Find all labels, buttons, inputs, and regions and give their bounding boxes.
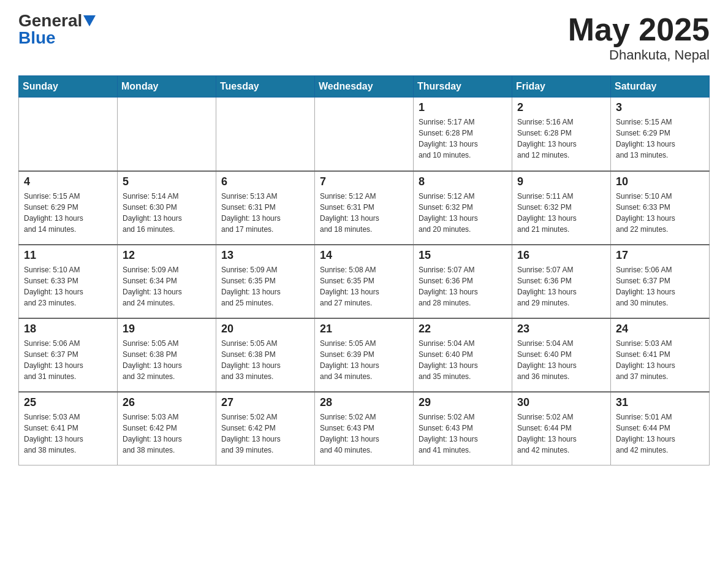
day-number: 29 [419,396,507,409]
logo-blue-text: Blue [18,29,56,47]
day-info: Sunrise: 5:03 AMSunset: 6:41 PMDaylight:… [616,338,704,382]
day-info: Sunrise: 5:15 AMSunset: 6:29 PMDaylight:… [24,191,112,235]
day-info: Sunrise: 5:03 AMSunset: 6:42 PMDaylight:… [123,412,211,456]
day-number: 18 [24,323,112,335]
day-number: 9 [517,175,605,188]
calendar-cell: 31Sunrise: 5:01 AMSunset: 6:44 PMDayligh… [611,392,710,465]
weekday-header-wednesday: Wednesday [315,76,414,98]
location: Dhankuta, Nepal [568,47,710,63]
calendar-cell: 22Sunrise: 5:04 AMSunset: 6:40 PMDayligh… [414,318,512,392]
calendar-cell [118,98,216,171]
calendar-cell: 4Sunrise: 5:15 AMSunset: 6:29 PMDaylight… [19,171,118,245]
day-number: 24 [616,323,704,335]
day-info: Sunrise: 5:10 AMSunset: 6:33 PMDaylight:… [616,191,704,235]
day-number: 28 [320,396,408,409]
calendar-week-row-3: 11Sunrise: 5:10 AMSunset: 6:33 PMDayligh… [19,245,710,318]
logo: General Blue [18,12,96,47]
calendar-cell [19,98,118,171]
calendar-cell: 3Sunrise: 5:15 AMSunset: 6:29 PMDaylight… [611,98,710,171]
calendar-cell: 2Sunrise: 5:16 AMSunset: 6:28 PMDaylight… [512,98,611,171]
calendar-week-row-4: 18Sunrise: 5:06 AMSunset: 6:37 PMDayligh… [19,318,710,392]
calendar-cell: 23Sunrise: 5:04 AMSunset: 6:40 PMDayligh… [512,318,611,392]
day-info: Sunrise: 5:09 AMSunset: 6:34 PMDaylight:… [123,264,211,308]
calendar-cell: 7Sunrise: 5:12 AMSunset: 6:31 PMDaylight… [315,171,414,245]
calendar-cell: 13Sunrise: 5:09 AMSunset: 6:35 PMDayligh… [216,245,315,318]
day-info: Sunrise: 5:14 AMSunset: 6:30 PMDaylight:… [123,191,211,235]
day-info: Sunrise: 5:11 AMSunset: 6:32 PMDaylight:… [517,191,605,235]
calendar-cell: 18Sunrise: 5:06 AMSunset: 6:37 PMDayligh… [19,318,118,392]
day-info: Sunrise: 5:04 AMSunset: 6:40 PMDaylight:… [517,338,605,382]
weekday-header-thursday: Thursday [414,76,512,98]
day-number: 2 [517,101,605,114]
day-info: Sunrise: 5:08 AMSunset: 6:35 PMDaylight:… [320,264,408,308]
day-number: 25 [24,396,112,409]
calendar-cell: 1Sunrise: 5:17 AMSunset: 6:28 PMDaylight… [414,98,512,171]
weekday-header-row: SundayMondayTuesdayWednesdayThursdayFrid… [19,76,710,98]
calendar-cell [315,98,414,171]
calendar-cell: 6Sunrise: 5:13 AMSunset: 6:31 PMDaylight… [216,171,315,245]
day-number: 1 [419,101,507,114]
day-number: 3 [616,101,704,114]
title-area: May 2025 Dhankuta, Nepal [568,12,710,63]
calendar-cell: 10Sunrise: 5:10 AMSunset: 6:33 PMDayligh… [611,171,710,245]
month-year: May 2025 [568,12,710,47]
calendar-cell: 12Sunrise: 5:09 AMSunset: 6:34 PMDayligh… [118,245,216,318]
day-info: Sunrise: 5:02 AMSunset: 6:42 PMDaylight:… [221,412,309,456]
day-info: Sunrise: 5:12 AMSunset: 6:32 PMDaylight:… [419,191,507,235]
day-info: Sunrise: 5:07 AMSunset: 6:36 PMDaylight:… [419,264,507,308]
day-info: Sunrise: 5:12 AMSunset: 6:31 PMDaylight:… [320,191,408,235]
day-number: 4 [24,175,112,188]
calendar-cell: 27Sunrise: 5:02 AMSunset: 6:42 PMDayligh… [216,392,315,465]
day-number: 14 [320,249,408,262]
day-info: Sunrise: 5:02 AMSunset: 6:44 PMDaylight:… [517,412,605,456]
day-info: Sunrise: 5:02 AMSunset: 6:43 PMDaylight:… [320,412,408,456]
day-info: Sunrise: 5:07 AMSunset: 6:36 PMDaylight:… [517,264,605,308]
day-number: 19 [123,323,211,335]
logo-general-text: General [18,12,82,29]
weekday-header-saturday: Saturday [611,76,710,98]
day-info: Sunrise: 5:17 AMSunset: 6:28 PMDaylight:… [419,117,507,161]
day-info: Sunrise: 5:03 AMSunset: 6:41 PMDaylight:… [24,412,112,456]
day-number: 10 [616,175,704,188]
day-number: 6 [221,175,309,188]
day-info: Sunrise: 5:01 AMSunset: 6:44 PMDaylight:… [616,412,704,456]
calendar-cell: 30Sunrise: 5:02 AMSunset: 6:44 PMDayligh… [512,392,611,465]
calendar: SundayMondayTuesdayWednesdayThursdayFrid… [18,75,710,465]
calendar-cell: 24Sunrise: 5:03 AMSunset: 6:41 PMDayligh… [611,318,710,392]
day-number: 20 [221,323,309,335]
calendar-week-row-5: 25Sunrise: 5:03 AMSunset: 6:41 PMDayligh… [19,392,710,465]
day-info: Sunrise: 5:05 AMSunset: 6:38 PMDaylight:… [221,338,309,382]
calendar-cell: 20Sunrise: 5:05 AMSunset: 6:38 PMDayligh… [216,318,315,392]
day-number: 16 [517,249,605,262]
day-info: Sunrise: 5:16 AMSunset: 6:28 PMDaylight:… [517,117,605,161]
day-info: Sunrise: 5:15 AMSunset: 6:29 PMDaylight:… [616,117,704,161]
logo-triangle-icon [83,15,96,26]
day-info: Sunrise: 5:04 AMSunset: 6:40 PMDaylight:… [419,338,507,382]
day-number: 5 [123,175,211,188]
day-number: 12 [123,249,211,262]
weekday-header-tuesday: Tuesday [216,76,315,98]
day-info: Sunrise: 5:06 AMSunset: 6:37 PMDaylight:… [616,264,704,308]
calendar-cell [216,98,315,171]
calendar-cell: 11Sunrise: 5:10 AMSunset: 6:33 PMDayligh… [19,245,118,318]
day-number: 22 [419,323,507,335]
day-number: 26 [123,396,211,409]
calendar-cell: 28Sunrise: 5:02 AMSunset: 6:43 PMDayligh… [315,392,414,465]
day-info: Sunrise: 5:05 AMSunset: 6:39 PMDaylight:… [320,338,408,382]
calendar-week-row-1: 1Sunrise: 5:17 AMSunset: 6:28 PMDaylight… [19,98,710,171]
weekday-header-sunday: Sunday [19,76,118,98]
day-number: 21 [320,323,408,335]
calendar-cell: 19Sunrise: 5:05 AMSunset: 6:38 PMDayligh… [118,318,216,392]
calendar-cell: 5Sunrise: 5:14 AMSunset: 6:30 PMDaylight… [118,171,216,245]
day-number: 7 [320,175,408,188]
calendar-cell: 8Sunrise: 5:12 AMSunset: 6:32 PMDaylight… [414,171,512,245]
header: General Blue May 2025 Dhankuta, Nepal [18,12,710,63]
weekday-header-monday: Monday [118,76,216,98]
day-info: Sunrise: 5:06 AMSunset: 6:37 PMDaylight:… [24,338,112,382]
day-info: Sunrise: 5:10 AMSunset: 6:33 PMDaylight:… [24,264,112,308]
calendar-cell: 16Sunrise: 5:07 AMSunset: 6:36 PMDayligh… [512,245,611,318]
day-number: 31 [616,396,704,409]
calendar-week-row-2: 4Sunrise: 5:15 AMSunset: 6:29 PMDaylight… [19,171,710,245]
calendar-cell: 14Sunrise: 5:08 AMSunset: 6:35 PMDayligh… [315,245,414,318]
day-info: Sunrise: 5:02 AMSunset: 6:43 PMDaylight:… [419,412,507,456]
